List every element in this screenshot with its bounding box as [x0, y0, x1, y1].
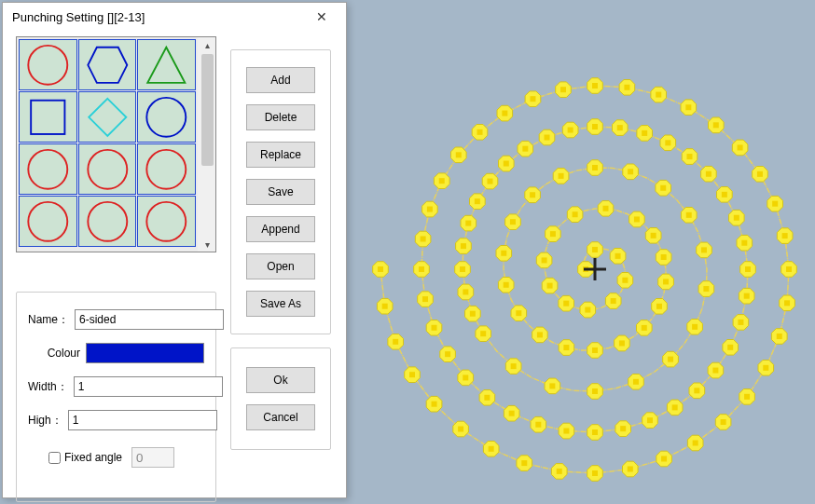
- svg-marker-120: [89, 98, 126, 135]
- svg-point-116: [28, 46, 67, 85]
- shape-cell[interactable]: [78, 143, 137, 195]
- append-button[interactable]: Append: [246, 216, 315, 242]
- cancel-button[interactable]: Cancel: [246, 404, 315, 430]
- shape-palette: ▴ ▾: [16, 36, 216, 252]
- svg-point-122: [28, 150, 67, 189]
- add-button[interactable]: Add: [246, 67, 315, 93]
- dialog-title: Punching Setting [][2-13]: [12, 10, 303, 24]
- fixed-angle-label: Fixed angle: [64, 451, 122, 464]
- save-button[interactable]: Save: [246, 179, 315, 205]
- properties-panel: Name： Colour Width： High： Fixed angle: [16, 292, 216, 502]
- ok-button[interactable]: Ok: [246, 367, 315, 393]
- scroll-thumb[interactable]: [201, 54, 214, 166]
- width-label: Width：: [28, 379, 74, 395]
- save-as-button[interactable]: Save As: [246, 291, 315, 317]
- svg-rect-119: [31, 100, 64, 133]
- name-label: Name：: [28, 312, 75, 328]
- svg-point-121: [147, 98, 186, 137]
- scroll-down-icon[interactable]: ▾: [200, 237, 215, 252]
- name-field[interactable]: [75, 309, 224, 330]
- delete-button[interactable]: Delete: [246, 104, 315, 130]
- shape-cell[interactable]: [137, 143, 196, 195]
- svg-point-126: [88, 202, 127, 241]
- shape-cell[interactable]: [19, 143, 77, 195]
- dialog-titlebar[interactable]: Punching Setting [][2-13] ✕: [3, 3, 346, 31]
- shape-cell[interactable]: [19, 91, 77, 143]
- close-icon[interactable]: ✕: [303, 6, 340, 28]
- width-field[interactable]: [74, 376, 223, 397]
- shape-cell[interactable]: [78, 91, 137, 143]
- shape-cell[interactable]: [19, 196, 77, 247]
- shape-cell[interactable]: [78, 196, 137, 247]
- punching-setting-dialog: Punching Setting [][2-13] ✕ ▴ ▾ Add Dele…: [2, 2, 347, 498]
- shape-cell[interactable]: [137, 196, 196, 247]
- svg-point-124: [147, 150, 186, 189]
- open-button[interactable]: Open: [246, 253, 315, 279]
- svg-marker-117: [88, 47, 127, 82]
- colour-swatch[interactable]: [86, 343, 204, 363]
- shape-cell[interactable]: [137, 91, 196, 143]
- dialog-button-group: Ok Cancel: [230, 347, 331, 450]
- fixed-angle-field[interactable]: [131, 447, 174, 468]
- high-label: High：: [28, 413, 68, 429]
- shape-cell[interactable]: [78, 39, 137, 90]
- svg-marker-118: [148, 47, 186, 82]
- shape-cell[interactable]: [137, 39, 196, 90]
- colour-label: Colour: [28, 347, 86, 360]
- high-field[interactable]: [68, 410, 217, 430]
- action-button-group: Add Delete Replace Save Append Open Save…: [230, 49, 331, 334]
- replace-button[interactable]: Replace: [246, 142, 315, 168]
- scroll-up-icon[interactable]: ▴: [200, 37, 215, 52]
- palette-scrollbar[interactable]: ▴ ▾: [200, 37, 215, 252]
- svg-point-125: [28, 202, 67, 241]
- fixed-angle-checkbox[interactable]: [48, 452, 61, 464]
- shape-cell[interactable]: [19, 39, 77, 90]
- svg-point-127: [147, 202, 186, 241]
- svg-point-123: [88, 150, 127, 189]
